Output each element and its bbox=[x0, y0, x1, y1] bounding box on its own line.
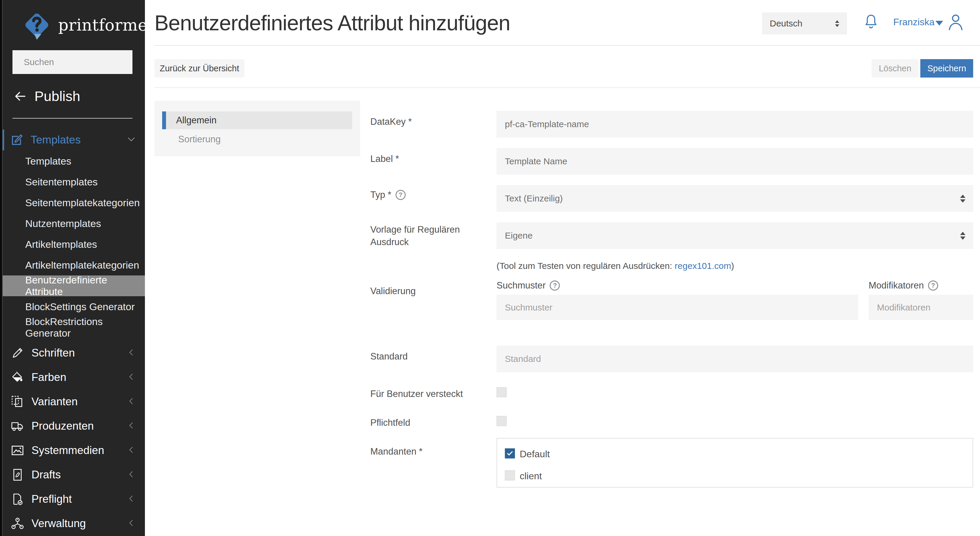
chevron-left-icon bbox=[126, 518, 137, 530]
copies-icon bbox=[11, 395, 24, 408]
delete-button[interactable]: Löschen bbox=[872, 59, 918, 78]
validierung-label: Validierung bbox=[370, 286, 416, 297]
language-select[interactable]: Deutsch bbox=[762, 13, 847, 35]
sidebar-search[interactable] bbox=[13, 50, 132, 74]
suchmuster-input[interactable] bbox=[496, 295, 858, 320]
select-stepper-icon bbox=[960, 232, 966, 240]
modifikatoren-heading: Modifikatoren ? bbox=[869, 280, 938, 291]
brand-wordmark: printformer bbox=[58, 16, 155, 35]
required-field-checkbox[interactable] bbox=[496, 416, 507, 426]
vorlage-label-line2: Ausdruck bbox=[370, 237, 409, 247]
image-icon bbox=[11, 443, 24, 457]
user-menu[interactable]: Franziska bbox=[893, 17, 935, 28]
save-button[interactable]: Speichern bbox=[920, 59, 973, 78]
active-tab-indicator bbox=[162, 112, 166, 129]
notifications-bell-icon[interactable] bbox=[863, 13, 879, 32]
sidebar-nav: Templates Templates Seitentemplates Seit… bbox=[0, 129, 145, 536]
select-stepper-icon bbox=[960, 195, 966, 203]
sidebar-item-nutzentemplates[interactable]: Nutzentemplates bbox=[0, 213, 145, 234]
required-field-label: Pflichtfeld bbox=[370, 418, 410, 428]
chevron-left-icon bbox=[126, 396, 137, 408]
publish-label: Publish bbox=[35, 88, 80, 104]
help-icon[interactable]: ? bbox=[396, 190, 406, 200]
brand-logo[interactable]: printformer bbox=[21, 10, 155, 40]
suchmuster-heading: Suchmuster ? bbox=[496, 280, 560, 291]
sidebar: printformer Publish Templates Templates bbox=[0, 0, 145, 536]
sidebar-item-farben[interactable]: Farben bbox=[0, 365, 145, 389]
window-edge bbox=[0, 0, 2, 536]
mandanten-label: Mandanten * bbox=[370, 446, 423, 457]
hidden-field-checkbox[interactable] bbox=[496, 387, 507, 397]
back-nav-publish[interactable]: Publish bbox=[13, 88, 80, 104]
sidebar-item-produzenten[interactable]: Produzenten bbox=[0, 414, 145, 438]
datakey-input[interactable] bbox=[496, 111, 973, 137]
regex101-link[interactable]: regex101.com bbox=[675, 261, 731, 271]
mandanten-group: Default client bbox=[496, 438, 973, 488]
pdf-document-icon bbox=[11, 468, 24, 482]
sidebar-item-systemmedien[interactable]: Systemmedien bbox=[0, 438, 145, 463]
user-avatar-icon[interactable] bbox=[947, 13, 964, 32]
subnav-tab-sortierung[interactable]: Sortierung bbox=[178, 134, 221, 145]
main-content: Benutzerdefiniertes Attribut hinzufügen … bbox=[145, 0, 980, 536]
truck-icon bbox=[11, 419, 24, 433]
sidebar-item-artikeltemplates[interactable]: Artikeltemplates bbox=[0, 234, 145, 255]
sidebar-item-blockrestrictions-generator[interactable]: BlockRestrictions Generator bbox=[0, 317, 145, 338]
datakey-label: DataKey * bbox=[370, 116, 412, 127]
select-stepper-icon bbox=[835, 20, 839, 27]
vorlage-label-line1: Vorlage für Regulären bbox=[370, 224, 460, 235]
sidebar-item-templates[interactable]: Templates bbox=[0, 151, 145, 171]
sidebar-item-blocksettings-generator[interactable]: BlockSettings Generator bbox=[0, 296, 145, 317]
sidebar-item-benutzerdefinierte-attribute[interactable]: Benutzerdefinierte Attribute bbox=[0, 276, 145, 296]
sidebar-item-seitentemplatekategorien[interactable]: Seitentemplatekategorien bbox=[0, 192, 145, 213]
page-title: Benutzerdefiniertes Attribut hinzufügen bbox=[154, 11, 510, 35]
sidebar-item-verwaltung[interactable]: Verwaltung bbox=[0, 511, 145, 536]
typ-select[interactable]: Text (Einzeilig) bbox=[496, 185, 973, 212]
nav-group-templates-label: Templates bbox=[30, 134, 81, 146]
mandant-client-checkbox[interactable] bbox=[505, 471, 515, 480]
back-to-overview-button[interactable]: Zurück zur Übersicht bbox=[154, 59, 244, 78]
sidebar-item-schriften[interactable]: Schriften bbox=[0, 341, 145, 365]
divider bbox=[154, 45, 980, 46]
sidebar-item-artikeltemplatekategorien[interactable]: Artikeltemplatekategorien bbox=[0, 255, 145, 276]
chevron-left-icon bbox=[126, 493, 137, 505]
nav-group-templates[interactable]: Templates bbox=[0, 129, 145, 151]
mandant-default-label: Default bbox=[520, 449, 550, 459]
sidebar-item-drafts[interactable]: Drafts bbox=[0, 463, 145, 487]
modifikatoren-input[interactable] bbox=[869, 295, 973, 320]
chevron-down-icon bbox=[125, 133, 137, 147]
document-check-icon bbox=[11, 492, 24, 506]
vorlage-select[interactable]: Eigene bbox=[496, 222, 973, 249]
printformer-logo-icon bbox=[21, 10, 52, 40]
form-subnav: Allgemein Sortierung bbox=[154, 101, 360, 156]
standard-input[interactable] bbox=[496, 346, 973, 372]
paint-bucket-icon bbox=[11, 370, 24, 384]
help-icon[interactable]: ? bbox=[550, 281, 560, 290]
user-menu-caret-icon[interactable] bbox=[935, 21, 943, 26]
edit-square-icon bbox=[10, 133, 24, 147]
chevron-left-icon bbox=[126, 445, 137, 456]
sidebar-item-varianten[interactable]: Varianten bbox=[0, 389, 145, 414]
sidebar-item-seitentemplates[interactable]: Seitentemplates bbox=[0, 171, 145, 192]
pen-icon bbox=[11, 346, 24, 360]
hidden-field-label: Für Benutzer versteckt bbox=[370, 389, 463, 399]
typ-label: Typ * ? bbox=[370, 190, 406, 200]
label-field-label: Label * bbox=[370, 154, 399, 164]
search-input[interactable] bbox=[24, 57, 138, 67]
org-chart-icon bbox=[11, 517, 24, 530]
mandant-default-checkbox[interactable] bbox=[505, 448, 515, 458]
label-input[interactable] bbox=[496, 148, 973, 175]
standard-label: Standard bbox=[370, 351, 408, 362]
help-icon[interactable]: ? bbox=[928, 281, 938, 290]
window-edge-line bbox=[2, 0, 3, 536]
subnav-tab-allgemein[interactable]: Allgemein bbox=[162, 112, 352, 129]
divider bbox=[154, 87, 980, 88]
sidebar-item-preflight[interactable]: Preflight bbox=[0, 487, 145, 511]
regex-tool-note: (Tool zum Testen von regulären Ausdrücke… bbox=[496, 261, 734, 271]
chevron-left-icon bbox=[126, 469, 137, 481]
chevron-left-icon bbox=[126, 372, 137, 383]
chevron-left-icon bbox=[126, 347, 137, 359]
language-select-value: Deutsch bbox=[770, 18, 835, 29]
sidebar-divider bbox=[13, 118, 132, 118]
arrow-left-icon bbox=[13, 89, 27, 104]
mandant-client-label: client bbox=[520, 471, 542, 482]
